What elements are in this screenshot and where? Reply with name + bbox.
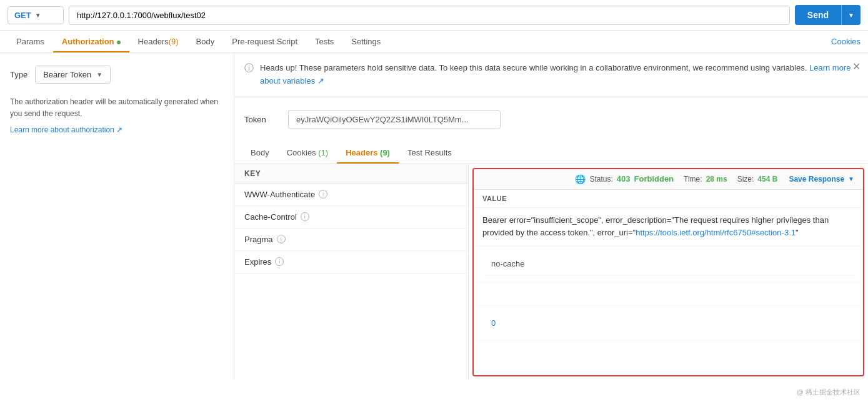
key-cell: Cache-Control i — [234, 206, 468, 228]
info-circle-icon: i — [277, 235, 286, 243]
send-dropdown-button[interactable]: ▼ — [842, 5, 861, 25]
request-tabs: Params Authorization Headers(9) Body Pre… — [0, 31, 868, 53]
cookies-count: (1) — [318, 148, 328, 157]
status-code: 403 — [617, 174, 631, 184]
banner-close-button[interactable]: ✕ — [852, 61, 861, 72]
time-value: 28 ms — [706, 175, 727, 184]
top-bar: GET ▼ Send ▼ — [0, 0, 868, 31]
response-tabs: Body Cookies (1) Headers (9) Test Result… — [234, 142, 868, 164]
size-value: 454 B — [757, 175, 777, 184]
value-column-header: VALUE — [474, 190, 863, 208]
info-circle-icon: i — [319, 190, 327, 199]
save-chevron-icon: ▼ — [848, 175, 854, 182]
info-circle-icon: i — [301, 212, 309, 221]
tab-settings[interactable]: Settings — [342, 31, 389, 52]
url-input[interactable] — [69, 6, 790, 25]
right-panel: ⓘ Heads up! These parameters hold sensit… — [234, 53, 868, 380]
tab-response-body[interactable]: Body — [242, 142, 278, 164]
main-content: Type Bearer Token ▼ The authorization he… — [0, 53, 868, 380]
send-btn-group: Send ▼ — [795, 5, 861, 25]
response-row: Bearer error="insufficient_scope", error… — [474, 208, 863, 247]
key-column-header: KEY — [234, 164, 468, 184]
key-column: KEY WWW-Authenticate i Cache-Control i P — [234, 164, 469, 380]
tab-params[interactable]: Params — [7, 31, 53, 52]
size-label: Size: — [737, 175, 754, 184]
type-row: Type Bearer Token ▼ — [10, 66, 224, 84]
type-chevron-icon: ▼ — [96, 71, 102, 78]
tab-response-cookies[interactable]: Cookies (1) — [278, 142, 337, 164]
rfc-link[interactable]: https://tools.ietf.org/html/rfc6750#sect… — [636, 228, 796, 237]
auth-dot — [117, 41, 121, 44]
tab-authorization[interactable]: Authorization — [53, 31, 129, 52]
info-text: Heads up! These parameters hold sensitiv… — [260, 62, 858, 88]
tab-tests[interactable]: Tests — [306, 31, 342, 52]
auth-learn-more-link[interactable]: Learn more about authorization ↗ — [10, 125, 122, 134]
expires-value: 0 — [482, 312, 854, 334]
info-icon: ⓘ — [244, 62, 254, 74]
token-input[interactable] — [288, 110, 501, 129]
info-circle-icon: i — [275, 257, 284, 266]
table-row: Pragma i — [234, 228, 468, 251]
tab-test-results[interactable]: Test Results — [399, 142, 461, 164]
response-header-bar: 🌐 Status: 403 Forbidden Time: 28 ms Size… — [474, 169, 863, 190]
tab-prerequest[interactable]: Pre-request Script — [223, 31, 306, 52]
token-label: Token — [244, 115, 276, 124]
key-cell: Expires i — [234, 251, 468, 273]
time-label: Time: — [684, 175, 702, 184]
status-text: Forbidden — [634, 174, 674, 184]
response-section: 🌐 Status: 403 Forbidden Time: 28 ms Size… — [472, 168, 864, 376]
token-row: Token — [234, 97, 868, 142]
auth-description: The authorization header will be automat… — [10, 96, 224, 120]
headers-table-area: KEY WWW-Authenticate i Cache-Control i P — [234, 164, 868, 380]
globe-icon: 🌐 — [575, 174, 586, 184]
type-label: Type — [10, 70, 27, 79]
cookies-link[interactable]: Cookies — [831, 37, 861, 46]
key-cell: WWW-Authenticate i — [234, 184, 468, 205]
tab-headers[interactable]: Headers(9) — [129, 31, 187, 52]
type-select[interactable]: Bearer Token ▼ — [35, 66, 111, 84]
info-banner: ⓘ Heads up! These parameters hold sensit… — [234, 53, 868, 97]
send-button[interactable]: Send — [795, 5, 842, 25]
method-chevron-icon: ▼ — [35, 12, 41, 19]
response-row: 0 — [474, 306, 863, 341]
type-value: Bearer Token — [43, 70, 91, 79]
response-row — [474, 282, 863, 306]
response-value: Bearer error="insufficient_scope", error… — [482, 214, 854, 240]
method-label: GET — [14, 11, 31, 20]
auth-panel: Type Bearer Token ▼ The authorization he… — [0, 53, 234, 380]
tab-response-headers[interactable]: Headers (9) — [337, 142, 399, 164]
save-response-button[interactable]: Save Response — [789, 175, 844, 184]
tab-body[interactable]: Body — [187, 31, 224, 52]
cache-control-value: no-cache — [482, 253, 854, 275]
response-row: no-cache — [474, 247, 863, 282]
status-label: Status: — [589, 175, 612, 184]
table-row: WWW-Authenticate i — [234, 184, 468, 206]
headers-count: (9) — [380, 148, 390, 157]
key-cell: Pragma i — [234, 228, 468, 250]
table-row: Cache-Control i — [234, 206, 468, 228]
method-select[interactable]: GET ▼ — [7, 6, 64, 24]
table-row: Expires i — [234, 251, 468, 273]
